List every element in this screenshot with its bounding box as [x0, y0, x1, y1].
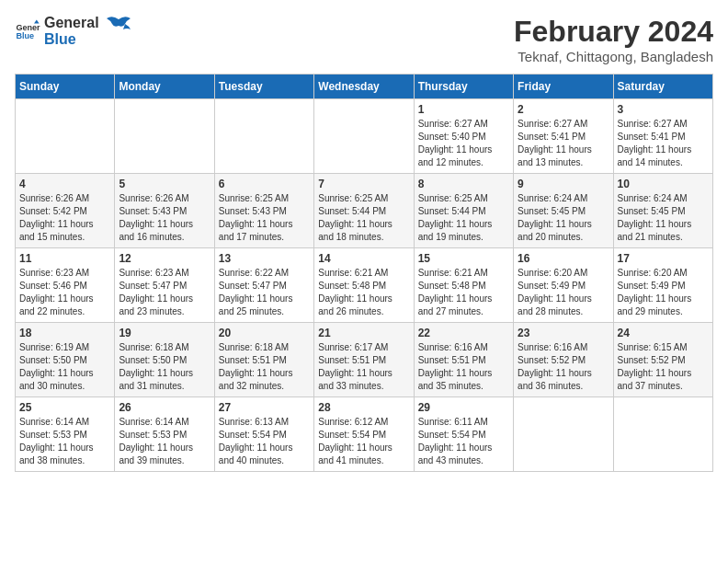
calendar-cell: 6Sunrise: 6:25 AM Sunset: 5:43 PM Daylig… [214, 174, 313, 248]
column-header-friday: Friday [514, 75, 613, 99]
calendar-cell: 21Sunrise: 6:17 AM Sunset: 5:51 PM Dayli… [314, 323, 414, 397]
calendar-week-row: 11Sunrise: 6:23 AM Sunset: 5:46 PM Dayli… [16, 248, 713, 323]
calendar-cell: 4Sunrise: 6:26 AM Sunset: 5:42 PM Daylig… [16, 174, 115, 248]
logo: General Blue General Blue [15, 15, 132, 47]
day-number: 21 [318, 327, 409, 339]
day-number: 9 [518, 178, 609, 190]
day-info: Sunrise: 6:25 AM Sunset: 5:44 PM Dayligh… [418, 192, 509, 244]
day-info: Sunrise: 6:16 AM Sunset: 5:51 PM Dayligh… [418, 341, 509, 393]
day-number: 7 [318, 178, 409, 190]
day-info: Sunrise: 6:15 AM Sunset: 5:52 PM Dayligh… [618, 341, 709, 393]
calendar-cell: 10Sunrise: 6:24 AM Sunset: 5:45 PM Dayli… [613, 174, 712, 248]
day-number: 11 [19, 252, 110, 265]
day-info: Sunrise: 6:25 AM Sunset: 5:44 PM Dayligh… [318, 192, 409, 244]
day-info: Sunrise: 6:25 AM Sunset: 5:43 PM Dayligh… [219, 192, 310, 244]
day-info: Sunrise: 6:23 AM Sunset: 5:46 PM Dayligh… [19, 267, 110, 318]
svg-marker-2 [34, 19, 40, 23]
column-header-monday: Monday [115, 75, 214, 99]
svg-text:General: General [16, 22, 40, 31]
calendar-cell [314, 99, 414, 174]
calendar-cell: 24Sunrise: 6:15 AM Sunset: 5:52 PM Dayli… [613, 323, 712, 397]
day-number: 6 [219, 178, 310, 190]
day-info: Sunrise: 6:24 AM Sunset: 5:45 PM Dayligh… [518, 192, 609, 244]
day-info: Sunrise: 6:17 AM Sunset: 5:51 PM Dayligh… [318, 341, 409, 393]
day-info: Sunrise: 6:19 AM Sunset: 5:50 PM Dayligh… [19, 341, 110, 393]
column-header-sunday: Sunday [16, 75, 115, 99]
day-info: Sunrise: 6:16 AM Sunset: 5:52 PM Dayligh… [518, 341, 609, 393]
svg-text:Blue: Blue [16, 31, 34, 40]
logo-general: General [44, 15, 99, 31]
calendar-cell: 23Sunrise: 6:16 AM Sunset: 5:52 PM Dayli… [514, 323, 613, 397]
day-info: Sunrise: 6:18 AM Sunset: 5:50 PM Dayligh… [119, 341, 210, 393]
day-info: Sunrise: 6:26 AM Sunset: 5:42 PM Dayligh… [19, 192, 110, 244]
calendar-cell: 17Sunrise: 6:20 AM Sunset: 5:49 PM Dayli… [613, 248, 712, 323]
calendar-cell: 28Sunrise: 6:12 AM Sunset: 5:54 PM Dayli… [314, 397, 414, 472]
column-header-saturday: Saturday [613, 75, 712, 99]
column-header-wednesday: Wednesday [314, 75, 414, 99]
day-info: Sunrise: 6:26 AM Sunset: 5:43 PM Dayligh… [119, 192, 210, 244]
column-header-tuesday: Tuesday [214, 75, 313, 99]
day-info: Sunrise: 6:11 AM Sunset: 5:54 PM Dayligh… [418, 416, 509, 467]
calendar-cell: 22Sunrise: 6:16 AM Sunset: 5:51 PM Dayli… [414, 323, 513, 397]
day-number: 2 [518, 103, 609, 116]
calendar-cell: 26Sunrise: 6:14 AM Sunset: 5:53 PM Dayli… [115, 397, 214, 472]
calendar-cell [214, 99, 313, 174]
calendar-cell: 20Sunrise: 6:18 AM Sunset: 5:51 PM Dayli… [214, 323, 313, 397]
calendar-cell: 29Sunrise: 6:11 AM Sunset: 5:54 PM Dayli… [414, 397, 513, 472]
logo-bird-icon [105, 15, 132, 40]
calendar-cell [613, 397, 712, 472]
calendar-cell [16, 99, 115, 174]
day-number: 28 [318, 401, 409, 414]
calendar-cell: 7Sunrise: 6:25 AM Sunset: 5:44 PM Daylig… [314, 174, 414, 248]
calendar-cell: 3Sunrise: 6:27 AM Sunset: 5:41 PM Daylig… [613, 99, 712, 174]
day-number: 23 [518, 327, 609, 339]
calendar-cell: 13Sunrise: 6:22 AM Sunset: 5:47 PM Dayli… [214, 248, 313, 323]
day-info: Sunrise: 6:13 AM Sunset: 5:54 PM Dayligh… [219, 416, 310, 467]
calendar-week-row: 18Sunrise: 6:19 AM Sunset: 5:50 PM Dayli… [16, 323, 713, 397]
day-info: Sunrise: 6:27 AM Sunset: 5:41 PM Dayligh… [518, 118, 609, 169]
day-info: Sunrise: 6:20 AM Sunset: 5:49 PM Dayligh… [618, 267, 709, 318]
calendar-cell: 9Sunrise: 6:24 AM Sunset: 5:45 PM Daylig… [514, 174, 613, 248]
day-number: 15 [418, 252, 509, 265]
calendar-cell [115, 99, 214, 174]
day-info: Sunrise: 6:21 AM Sunset: 5:48 PM Dayligh… [318, 267, 409, 318]
day-number: 10 [618, 178, 709, 190]
logo-blue: Blue [44, 31, 99, 48]
day-info: Sunrise: 6:24 AM Sunset: 5:45 PM Dayligh… [618, 192, 709, 244]
day-number: 1 [418, 103, 509, 116]
calendar-week-row: 1Sunrise: 6:27 AM Sunset: 5:40 PM Daylig… [16, 99, 713, 174]
calendar-table: SundayMondayTuesdayWednesdayThursdayFrid… [15, 74, 713, 472]
calendar-cell: 1Sunrise: 6:27 AM Sunset: 5:40 PM Daylig… [414, 99, 513, 174]
calendar-week-row: 4Sunrise: 6:26 AM Sunset: 5:42 PM Daylig… [16, 174, 713, 248]
calendar-cell: 2Sunrise: 6:27 AM Sunset: 5:41 PM Daylig… [514, 99, 613, 174]
calendar-cell: 5Sunrise: 6:26 AM Sunset: 5:43 PM Daylig… [115, 174, 214, 248]
day-info: Sunrise: 6:23 AM Sunset: 5:47 PM Dayligh… [119, 267, 210, 318]
day-info: Sunrise: 6:27 AM Sunset: 5:40 PM Dayligh… [418, 118, 509, 169]
day-info: Sunrise: 6:14 AM Sunset: 5:53 PM Dayligh… [19, 416, 110, 467]
day-number: 3 [618, 103, 709, 116]
day-number: 13 [219, 252, 310, 265]
day-number: 18 [19, 327, 110, 339]
calendar-cell [514, 397, 613, 472]
day-info: Sunrise: 6:18 AM Sunset: 5:51 PM Dayligh… [219, 341, 310, 393]
day-number: 5 [119, 178, 210, 190]
calendar-cell: 14Sunrise: 6:21 AM Sunset: 5:48 PM Dayli… [314, 248, 414, 323]
day-number: 27 [219, 401, 310, 414]
day-number: 12 [119, 252, 210, 265]
day-info: Sunrise: 6:22 AM Sunset: 5:47 PM Dayligh… [219, 267, 310, 318]
column-header-thursday: Thursday [414, 75, 513, 99]
month-year-title: February 2024 [514, 15, 713, 49]
calendar-cell: 12Sunrise: 6:23 AM Sunset: 5:47 PM Dayli… [115, 248, 214, 323]
day-number: 16 [518, 252, 609, 265]
calendar-cell: 15Sunrise: 6:21 AM Sunset: 5:48 PM Dayli… [414, 248, 513, 323]
day-number: 4 [19, 178, 110, 190]
day-number: 20 [219, 327, 310, 339]
day-info: Sunrise: 6:20 AM Sunset: 5:49 PM Dayligh… [518, 267, 609, 318]
location-subtitle: Teknaf, Chittagong, Bangladesh [514, 49, 713, 64]
day-info: Sunrise: 6:27 AM Sunset: 5:41 PM Dayligh… [618, 118, 709, 169]
day-info: Sunrise: 6:12 AM Sunset: 5:54 PM Dayligh… [318, 416, 409, 467]
calendar-cell: 18Sunrise: 6:19 AM Sunset: 5:50 PM Dayli… [16, 323, 115, 397]
calendar-cell: 16Sunrise: 6:20 AM Sunset: 5:49 PM Dayli… [514, 248, 613, 323]
calendar-cell: 8Sunrise: 6:25 AM Sunset: 5:44 PM Daylig… [414, 174, 513, 248]
calendar-cell: 27Sunrise: 6:13 AM Sunset: 5:54 PM Dayli… [214, 397, 313, 472]
